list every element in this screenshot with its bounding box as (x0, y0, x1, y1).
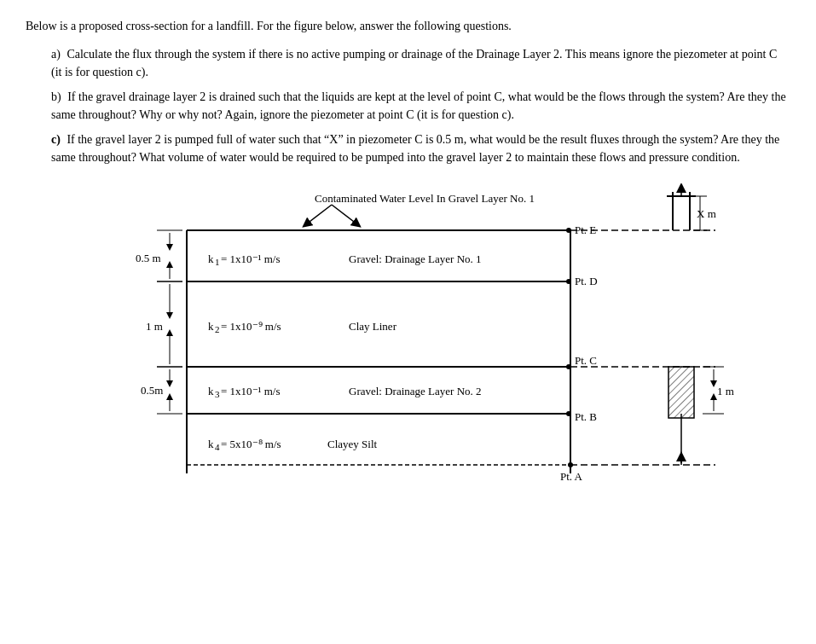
dim-05m-top: 0.5 m (136, 252, 161, 264)
layer4-material: Clayey Silt (327, 438, 378, 450)
question-a: a) Calculate the flux through the system… (51, 45, 790, 81)
dim-05m-bot: 0.5m (141, 384, 163, 397)
svg-rect-33 (668, 367, 694, 418)
pt-b-label: Pt. B (575, 410, 597, 423)
pt-c-label: Pt. C (575, 354, 597, 367)
diagram-svg: text { font-family: 'Times New Roman', T… (76, 183, 741, 542)
layer1-material: Gravel: Drainage Layer No. 1 (349, 252, 482, 265)
q-c-text: If the gravel layer 2 is pumped full of … (51, 133, 779, 164)
k3-value: = 1x10⁻¹ m/s (221, 385, 281, 397)
pt-d-dot (566, 279, 571, 284)
intro-text: Below is a proposed cross-section for a … (26, 17, 790, 35)
k2-label: k (208, 320, 214, 333)
diagram-container: text { font-family: 'Times New Roman', T… (76, 183, 741, 542)
k2-value: = 1x10⁻⁹ m/s (221, 320, 281, 333)
q-a-text: Calculate the flux through the system if… (51, 48, 777, 78)
question-b: b) If the gravel drainage layer 2 is dra… (51, 88, 790, 124)
k3-subscript: 3 (215, 389, 220, 399)
xm-label: X m (697, 207, 716, 220)
k4-value: = 5x10⁻⁸ m/s (221, 438, 281, 450)
q-b-text: If the gravel drainage layer 2 is draine… (51, 90, 786, 121)
pt-b-dot (566, 411, 571, 416)
svg-line-0 (306, 205, 332, 224)
k3-label: k (208, 385, 214, 397)
layer2-material: Clay Liner (349, 320, 397, 333)
dim-1m-right: 1 m (717, 385, 734, 397)
q-a-label: a) (51, 48, 61, 61)
k1-value: = 1x10⁻¹ m/s (221, 252, 281, 265)
q-b-label: b) (51, 90, 61, 103)
k4-label: k (208, 438, 214, 450)
pt-a-label: Pt. A (560, 470, 583, 483)
diagram-title: Contaminated Water Level In Gravel Layer… (315, 192, 535, 205)
svg-line-1 (332, 205, 357, 224)
question-c: c) If the gravel layer 2 is pumped full … (51, 131, 790, 166)
dim-1m-mid: 1 m (146, 320, 163, 333)
k4-subscript: 4 (215, 442, 220, 452)
questions-list: a) Calculate the flux through the system… (51, 45, 790, 166)
k1-subscript: 1 (215, 257, 220, 267)
pt-d-label: Pt. D (575, 275, 598, 287)
layer3-material: Gravel: Drainage Layer No. 2 (349, 385, 482, 397)
k2-subscript: 2 (215, 324, 220, 334)
q-c-label: c) (51, 133, 61, 146)
k1-label: k (208, 252, 214, 265)
